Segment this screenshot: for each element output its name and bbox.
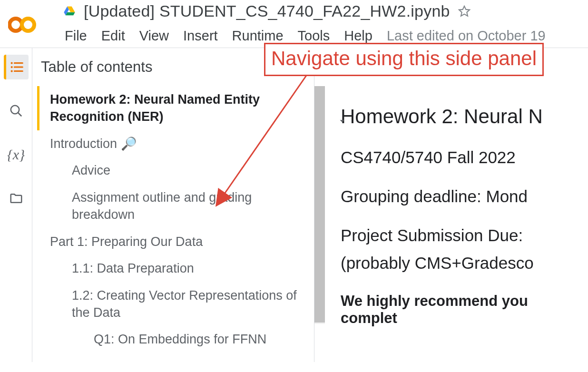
toc-item[interactable]: Homework 2: Neural Named Entity Recognit…: [37, 86, 309, 130]
files-icon[interactable]: [4, 186, 29, 211]
cell-bold-text: We highly recommend you complet: [341, 293, 588, 327]
menu-view[interactable]: View: [139, 28, 169, 44]
svg-point-3: [11, 66, 13, 68]
toc-item[interactable]: 1.2: Creating Vector Representations of …: [59, 282, 309, 326]
toc-panel: Table of contents Homework 2: Neural Nam…: [32, 48, 314, 362]
svg-point-2: [11, 62, 13, 64]
toc-item[interactable]: Assignment outline and grading breakdown: [59, 184, 309, 228]
scrollbar-thumb[interactable]: [314, 86, 325, 323]
svg-point-5: [10, 106, 19, 114]
svg-point-1: [22, 19, 34, 31]
left-rail: {x}: [0, 48, 32, 362]
menu-edit[interactable]: Edit: [101, 28, 125, 44]
app-header: [Updated] STUDENT_CS_4740_FA22_HW2.ipynb…: [0, 0, 588, 48]
annotation-callout: Navigate using this side panel: [264, 43, 544, 76]
menu-tools[interactable]: Tools: [298, 28, 330, 44]
drive-icon: [63, 5, 76, 18]
toc-icon[interactable]: [4, 55, 29, 79]
toc-title: Table of contents: [41, 59, 152, 76]
toc-item[interactable]: Advice: [59, 157, 309, 184]
svg-point-4: [11, 70, 13, 72]
menu-file[interactable]: File: [65, 28, 87, 44]
toc-item[interactable]: 1.1: Data Preparation: [59, 255, 309, 282]
toc-item[interactable]: Part 1: Preparing Our Data: [37, 228, 309, 255]
last-edited-text: Last edited on October 19: [387, 28, 546, 44]
toc-item[interactable]: Introduction 🔎: [37, 130, 309, 157]
cell-text: Project Submission Due:: [341, 226, 588, 245]
cell-heading: Homework 2: Neural N: [341, 105, 588, 128]
toc-item[interactable]: Q1: On Embeddings for FFNN: [81, 326, 309, 352]
notebook-area[interactable]: Homework 2: Neural N CS4740/5740 Fall 20…: [314, 48, 588, 362]
collapse-cell-icon[interactable]: [337, 116, 347, 128]
cell-text: (probably CMS+Gradesco: [341, 254, 588, 273]
variables-icon[interactable]: {x}: [4, 142, 29, 167]
menu-insert[interactable]: Insert: [183, 28, 218, 44]
cell-text: CS4740/5740 Fall 2022: [341, 148, 588, 167]
search-icon[interactable]: [4, 98, 29, 123]
cell-text: Grouping deadline: Mond: [341, 187, 588, 206]
menu-runtime[interactable]: Runtime: [232, 28, 284, 44]
document-title[interactable]: [Updated] STUDENT_CS_4740_FA22_HW2.ipynb: [84, 2, 450, 20]
svg-line-6: [18, 113, 21, 117]
toc-list[interactable]: Homework 2: Neural Named Entity Recognit…: [32, 86, 314, 362]
colab-logo: [7, 12, 40, 38]
menu-help[interactable]: Help: [344, 28, 372, 44]
star-icon[interactable]: [458, 5, 471, 18]
